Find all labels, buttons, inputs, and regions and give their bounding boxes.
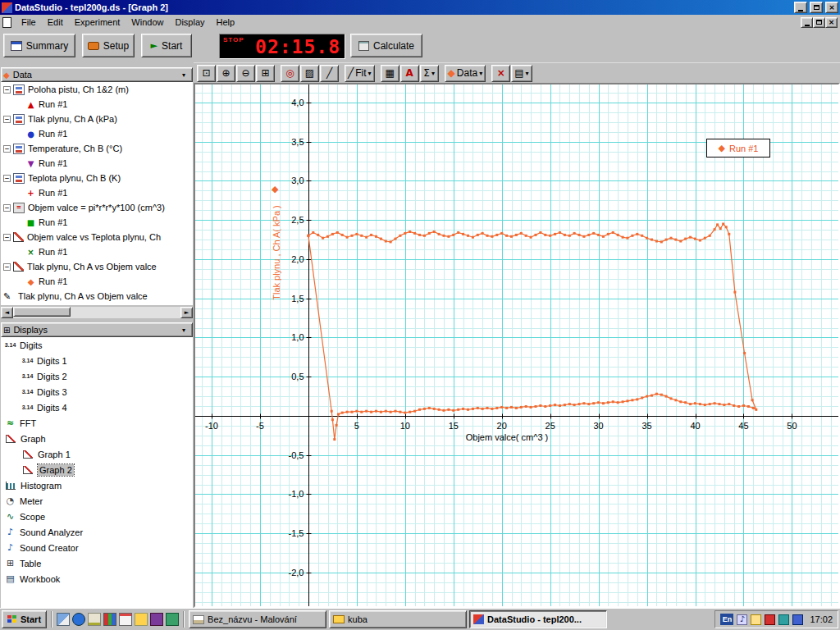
restore-button[interactable] xyxy=(810,2,823,13)
horizontal-scrollbar[interactable]: ◄ ► xyxy=(1,307,193,318)
display-item-meter[interactable]: ◔Meter xyxy=(1,493,193,509)
run-item[interactable]: ●Run #1 xyxy=(1,126,193,141)
menu-experiment[interactable]: Experiment xyxy=(69,16,126,29)
y-axis-label[interactable]: Tlak plynu , Ch A( kPa ) xyxy=(272,162,283,343)
display-item-scope[interactable]: ∿Scope xyxy=(1,509,193,524)
delete-button[interactable]: × xyxy=(491,65,510,82)
child-close-button[interactable]: × xyxy=(825,17,838,28)
data-item-teplota-plynu[interactable]: −Teplota plynu, Ch B (K) xyxy=(1,171,193,185)
run-item[interactable]: ◆Run #1 xyxy=(1,274,193,289)
display-item-sound-creator[interactable]: ♪Sound Creator xyxy=(1,540,193,555)
calculator-tool-button[interactable]: ▦ xyxy=(381,65,399,82)
data-item-poloha-pistu[interactable]: −Poloha pistu, Ch 1&2 (m) xyxy=(1,82,193,97)
collapse-icon[interactable]: − xyxy=(3,116,11,123)
slope-tool-button[interactable]: ╱ xyxy=(320,65,339,82)
task-button-datastudio[interactable]: DataStudio - tepl200... xyxy=(469,610,607,628)
scroll-left-button[interactable]: ◄ xyxy=(1,307,13,318)
run-item[interactable]: ▲Run #1 xyxy=(1,97,193,112)
x-axis-label[interactable]: Objem valce( cm^3 ) xyxy=(425,432,589,442)
zoom-out-button[interactable]: ⊖ xyxy=(236,65,255,82)
task-button-folder[interactable]: kuba xyxy=(329,610,467,628)
scale-to-fit-button[interactable]: ⊡ xyxy=(197,65,216,82)
media-player-icon[interactable] xyxy=(119,613,132,626)
close-button[interactable]: × xyxy=(825,2,838,13)
scrollbar-track[interactable] xyxy=(13,307,180,318)
data-item-tlak-plynu[interactable]: −Tlak plynu, Ch A (kPa) xyxy=(1,112,193,126)
outlook-icon[interactable] xyxy=(88,613,101,626)
antivirus-icon[interactable] xyxy=(765,614,775,625)
data-item-tlak-vs-objem[interactable]: −Tlak plynu, Ch A vs Objem valce xyxy=(1,259,193,274)
data-item-objem-valce[interactable]: −=Objem valce = pi*r*r*y*100 (cm^3) xyxy=(1,200,193,215)
minimize-button[interactable] xyxy=(794,2,807,13)
menu-window[interactable]: Window xyxy=(126,16,169,29)
data-item-temperature[interactable]: −Temperature, Ch B (°C) xyxy=(1,141,193,156)
network-icon[interactable] xyxy=(792,614,803,625)
fit-menu-button[interactable]: ╱ Fit ▾ xyxy=(345,65,375,82)
display-item-workbook[interactable]: ▤Workbook xyxy=(1,571,193,587)
data-panel-header[interactable]: ◆ Data ▾ xyxy=(1,67,193,82)
start-menu-button[interactable]: Start xyxy=(2,610,47,628)
show-desktop-icon[interactable] xyxy=(57,613,70,626)
display-item-graph-2[interactable]: Graph 2 xyxy=(1,462,193,477)
graph-settings-button[interactable]: ▤ ▾ xyxy=(511,65,532,82)
collapse-icon[interactable]: − xyxy=(3,145,11,153)
display-item-digits-1[interactable]: 3.14Digits 1 xyxy=(1,353,193,368)
highlight-tool-button[interactable]: ▨ xyxy=(300,65,319,82)
folder-shortcut-icon[interactable] xyxy=(135,613,148,626)
display-item-graph[interactable]: Graph xyxy=(1,431,193,446)
zoom-select-button[interactable]: ⊞ xyxy=(256,65,275,82)
summary-button[interactable]: Summary xyxy=(3,34,75,57)
setup-button[interactable]: Setup xyxy=(82,34,135,57)
zoom-in-button[interactable]: ⊕ xyxy=(217,65,235,82)
data-menu-button[interactable]: ◆ Data ▾ xyxy=(445,65,486,82)
run-item[interactable]: ■Run #1 xyxy=(1,215,193,230)
legend[interactable]: ◆ Run #1 xyxy=(706,139,770,158)
data-item-tlak-vs-objem-2[interactable]: ✎Tlak plynu, Ch A vs Objem valce xyxy=(1,289,193,304)
menu-display[interactable]: Display xyxy=(169,16,210,29)
display-item-digits-2[interactable]: 3.14Digits 2 xyxy=(1,368,193,384)
internet-explorer-icon[interactable] xyxy=(72,613,85,626)
display-item-digits[interactable]: 3.14Digits xyxy=(1,337,193,353)
winamp-icon[interactable] xyxy=(150,613,163,626)
start-button[interactable]: ► Start xyxy=(141,34,192,57)
collapse-icon[interactable]: − xyxy=(3,86,11,94)
displays-panel-menu-button[interactable]: ▾ xyxy=(177,324,190,336)
run-item[interactable]: +Run #1 xyxy=(1,185,193,200)
collapse-icon[interactable]: − xyxy=(3,204,11,212)
collapse-icon[interactable]: − xyxy=(3,234,11,241)
calculate-button[interactable]: Calculate xyxy=(350,34,422,57)
display-settings-icon[interactable] xyxy=(778,614,789,625)
display-item-digits-3[interactable]: 3.14Digits 3 xyxy=(1,384,193,399)
scrollbar-thumb[interactable] xyxy=(13,307,71,317)
plot-area[interactable]: -10-551015202530354045504,03,53,02,52,01… xyxy=(195,84,838,606)
menu-file[interactable]: File xyxy=(16,16,42,29)
volume-icon[interactable]: ♪ xyxy=(737,614,747,625)
data-panel-menu-button[interactable]: ▾ xyxy=(177,69,190,80)
run-item[interactable]: ×Run #1 xyxy=(1,244,193,259)
menu-edit[interactable]: Edit xyxy=(42,16,69,29)
menu-help[interactable]: Help xyxy=(211,16,241,29)
clock[interactable]: 17:02 xyxy=(806,614,833,624)
scheduler-icon[interactable] xyxy=(751,614,761,625)
display-item-fft[interactable]: ≈FFT xyxy=(1,415,193,431)
scroll-right-button[interactable]: ► xyxy=(180,307,193,318)
child-restore-button[interactable] xyxy=(813,17,825,28)
text-tool-button[interactable]: A xyxy=(400,65,419,82)
collapse-icon[interactable]: − xyxy=(3,263,11,271)
language-indicator[interactable]: En xyxy=(720,614,733,625)
collapse-icon[interactable]: − xyxy=(3,175,11,182)
smart-tool-button[interactable]: ◎ xyxy=(281,65,299,82)
quick-launch-icon[interactable] xyxy=(166,613,179,626)
child-minimize-button[interactable] xyxy=(801,17,813,28)
display-item-histogram[interactable]: Histogram xyxy=(1,477,193,493)
displays-panel-header[interactable]: ⊞ Displays ▾ xyxy=(1,322,193,337)
display-item-table[interactable]: ⊞Table xyxy=(1,555,193,571)
data-item-objem-vs-teplota[interactable]: −Objem valce vs Teplota plynu, Ch xyxy=(1,230,193,244)
run-item[interactable]: ▼Run #1 xyxy=(1,156,193,171)
display-item-graph-1[interactable]: Graph 1 xyxy=(1,446,193,462)
task-button-paint[interactable]: Bez_názvu - Malování xyxy=(189,610,326,628)
display-item-digits-4[interactable]: 3.14Digits 4 xyxy=(1,399,193,415)
display-item-sound-analyzer[interactable]: ♪Sound Analyzer xyxy=(1,524,193,540)
statistics-menu-button[interactable]: Σ ▾ xyxy=(420,65,439,82)
paint-icon[interactable] xyxy=(103,613,116,626)
